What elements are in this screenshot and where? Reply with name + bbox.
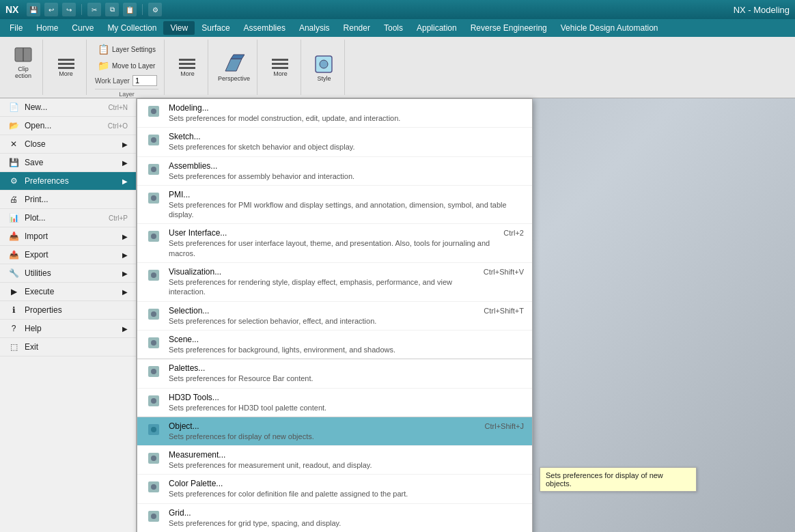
layer-settings-button[interactable]: 📋 Layer Settings: [95, 42, 158, 56]
hd3d_tools-title: HD3D Tools...: [169, 393, 524, 402]
svg-point-21: [151, 369, 156, 374]
menu-my-collection[interactable]: My Collection: [100, 21, 163, 35]
dropdown-item-selection[interactable]: Selection...Sets preferences for selecti…: [137, 302, 532, 331]
redo-icon[interactable]: ↪: [62, 3, 76, 16]
more-button-1[interactable]: More: [55, 57, 77, 79]
sidebar-item-execute[interactable]: ▶ Execute ▶: [0, 283, 136, 301]
menu-file[interactable]: File: [3, 21, 29, 35]
more-button-2[interactable]: More: [176, 57, 198, 79]
dropdown-item-assemblies[interactable]: Assemblies...Sets preferences for assemb…: [137, 157, 532, 186]
svg-point-17: [151, 311, 156, 317]
grid-menu-icon: [145, 508, 162, 524]
menu-view[interactable]: View: [163, 21, 195, 35]
sidebar-item-open-label: Open...: [25, 121, 51, 130]
dropdown-item-scene[interactable]: Scene...Sets preferences for background,…: [137, 331, 532, 359]
sidebar-item-save[interactable]: 💾 Save ▶: [0, 154, 136, 172]
menu-curve[interactable]: Curve: [65, 21, 100, 35]
move-to-layer-row: 📁 Move to Layer: [95, 59, 158, 72]
sidebar-item-properties[interactable]: ℹ Properties: [0, 301, 136, 320]
paste-icon[interactable]: 📋: [123, 3, 137, 16]
style-label: Style: [317, 75, 331, 82]
dropdown-item-color_palette[interactable]: Color Palette...Sets preferences for col…: [137, 475, 532, 503]
menu-tools[interactable]: Tools: [377, 21, 410, 35]
svg-point-31: [151, 514, 156, 519]
sketch-menu-icon: [145, 132, 162, 148]
sidebar-item-export[interactable]: 📤 Export ▶: [0, 246, 136, 264]
sidebar-item-exit[interactable]: ⬚ Exit: [0, 338, 136, 356]
menu-analysis[interactable]: Analysis: [292, 21, 337, 35]
menu-application[interactable]: Application: [410, 21, 464, 35]
more-label-1: More: [59, 70, 73, 77]
utilities-icon: 🔧: [8, 268, 19, 279]
dropdown-item-measurement[interactable]: Measurement...Sets preferences for measu…: [137, 446, 532, 475]
sidebar-item-open[interactable]: 📂 Open... Ctrl+O: [0, 117, 136, 135]
dropdown-item-user_interface[interactable]: User Interface...Sets preferences for us…: [137, 224, 532, 263]
close-file-icon: ✕: [8, 139, 19, 150]
color_palette-desc: Sets preferences for color definition fi…: [169, 489, 524, 499]
sidebar-item-preferences[interactable]: ⚙ Preferences ▶: [0, 172, 136, 191]
sidebar-item-preferences-label: Preferences: [25, 176, 69, 186]
sidebar-item-plot-label: Plot...: [25, 213, 46, 223]
perspective-button[interactable]: Perspective: [215, 52, 253, 83]
pmi-desc: Sets preferences for PMI workflow and di…: [169, 200, 524, 220]
sidebar-item-close-label: Close: [25, 139, 46, 149]
svg-point-9: [151, 167, 156, 172]
svg-point-3: [320, 60, 328, 68]
sidebar-item-utilities[interactable]: 🔧 Utilities ▶: [0, 264, 136, 283]
measurement-desc: Sets preferences for measurement unit, r…: [169, 460, 524, 470]
settings-icon[interactable]: ⚙: [148, 3, 162, 16]
new-file-icon: 📄: [8, 102, 19, 113]
scene-menu-icon: [145, 335, 162, 351]
menu-reverse-engineering[interactable]: Reverse Engineering: [464, 21, 554, 35]
menu-home[interactable]: Home: [29, 21, 65, 35]
sidebar-item-print[interactable]: 🖨 Print...: [0, 191, 136, 209]
selection-shortcut: Ctrl+Shift+T: [484, 306, 524, 315]
sketch-desc: Sets preferences for sketch behavior and…: [169, 142, 524, 152]
work-layer-input[interactable]: [132, 75, 157, 86]
clip-button[interactable]: Clipection: [10, 42, 37, 81]
modeling-desc: Sets preferences for model construction,…: [169, 113, 524, 123]
sidebar-item-exit-label: Exit: [25, 342, 38, 352]
user_interface-menu-icon: [145, 228, 162, 244]
more-button-3[interactable]: More: [269, 57, 291, 79]
move-to-layer-button[interactable]: 📁 Move to Layer: [95, 59, 158, 72]
cut-icon[interactable]: ✂: [87, 3, 101, 16]
export-icon: 📤: [8, 249, 19, 260]
dropdown-item-hd3d_tools[interactable]: HD3D Tools...Sets preferences for HD3D t…: [137, 389, 532, 417]
dropdown-item-modeling[interactable]: Modeling...Sets preferences for model co…: [137, 99, 532, 128]
sidebar-item-import[interactable]: 📥 Import ▶: [0, 227, 136, 246]
hd3d_tools-desc: Sets preferences for HD3D tool palette c…: [169, 403, 524, 412]
copy-icon[interactable]: ⧉: [105, 3, 119, 16]
svg-point-19: [151, 340, 156, 346]
dropdown-item-object[interactable]: Object...Sets preferences for display of…: [137, 417, 532, 446]
ribbon: Clipection More 📋 Layer Settings 📁 Move …: [0, 37, 795, 98]
style-button[interactable]: Style: [310, 52, 337, 83]
dropdown-item-pmi[interactable]: PMI...Sets preferences for PMI workflow …: [137, 186, 532, 225]
save-icon[interactable]: 💾: [27, 3, 40, 16]
sidebar-item-help[interactable]: ? Help ▶: [0, 320, 136, 338]
menu-vehicle-design[interactable]: Vehicle Design Automation: [554, 21, 665, 35]
sidebar-item-new[interactable]: 📄 New... Ctrl+N: [0, 98, 136, 117]
dropdown-item-grid[interactable]: Grid...Sets preferences for grid type, s…: [137, 504, 532, 532]
visualization-desc: Sets preferences for rendering style, di…: [169, 277, 477, 297]
dropdown-item-palettes[interactable]: Palettes...Sets preferences for Resource…: [137, 359, 532, 388]
sidebar-item-close[interactable]: ✕ Close ▶: [0, 135, 136, 154]
layer-settings-icon: 📋: [98, 44, 109, 55]
measurement-menu-icon: [145, 450, 162, 466]
dropdown-item-sketch[interactable]: Sketch...Sets preferences for sketch beh…: [137, 128, 532, 156]
assemblies-desc: Sets preferences for assembly behavior a…: [169, 171, 524, 181]
menu-assemblies[interactable]: Assemblies: [237, 21, 292, 35]
selection-menu-icon: [145, 306, 162, 322]
undo-icon[interactable]: ↩: [44, 3, 58, 16]
menu-surface[interactable]: Surface: [195, 21, 236, 35]
import-arrow-icon: ▶: [122, 233, 128, 240]
tooltip: Sets preferences for display of new obje…: [540, 467, 697, 492]
dropdown-item-visualization[interactable]: Visualization...Sets preferences for ren…: [137, 263, 532, 302]
sidebar-item-print-label: Print...: [25, 195, 48, 204]
grid-desc: Sets preferences for grid type, spacing,…: [169, 518, 524, 528]
svg-point-15: [151, 272, 156, 278]
menu-render[interactable]: Render: [337, 21, 377, 35]
sidebar-item-plot[interactable]: 📊 Plot... Ctrl+P: [0, 209, 136, 227]
modeling-title: Modeling...: [169, 103, 524, 113]
layer-section: 📋 Layer Settings 📁 Move to Layer Work La…: [89, 40, 165, 95]
